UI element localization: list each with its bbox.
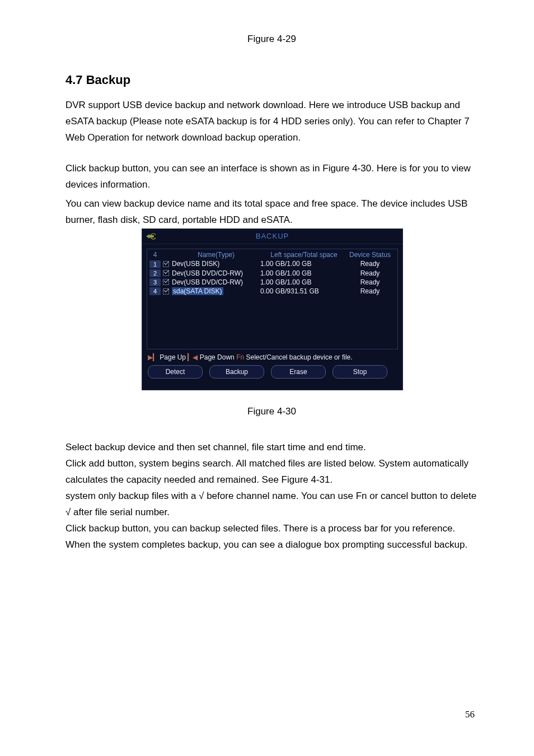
row-checkbox[interactable] xyxy=(163,288,169,295)
row-space: 1.00 GB/1.00 GB xyxy=(260,269,348,278)
stop-button[interactable]: Stop xyxy=(332,365,387,379)
row-space: 1.00 GB/1.00 GB xyxy=(260,259,348,268)
device-count: 4 xyxy=(149,250,161,259)
erase-button[interactable]: Erase xyxy=(271,365,326,379)
backup-button[interactable]: Backup xyxy=(209,365,264,379)
paragraph-tick-files: system only backup files with a √ before… xyxy=(65,488,478,521)
device-row[interactable]: 2Dev(USB DVD/CD-RW)1.00 GB/1.00 GBReady xyxy=(149,269,395,278)
device-row[interactable]: 1Dev(USB DISK)1.00 GB/1.00 GBReady xyxy=(149,259,395,268)
row-status: Ready xyxy=(348,269,392,278)
page-number: 56 xyxy=(465,709,475,720)
backup-dialog-title: BACKUP xyxy=(256,231,289,241)
paragraph-backup-process: Click backup button, you can backup sele… xyxy=(65,521,478,553)
device-row[interactable]: 3Dev(USB DVD/CD-RW)1.00 GB/1.00 GBReady xyxy=(149,278,395,287)
col-header-space: Left space/Total space xyxy=(260,250,348,259)
row-index: 3 xyxy=(149,278,161,286)
device-row[interactable]: 4sda(SATA DISK)0.00 GB/931.51 GBReady xyxy=(149,287,395,296)
figure-caption-4-29: Figure 4-29 xyxy=(65,34,478,45)
detect-button[interactable]: Detect xyxy=(148,365,203,379)
paragraph-add-button: Click add button, system begins search. … xyxy=(65,456,478,488)
row-index: 2 xyxy=(149,269,161,277)
row-space: 0.00 GB/931.51 GB xyxy=(260,287,348,296)
row-space: 1.00 GB/1.00 GB xyxy=(260,278,348,287)
row-checkbox[interactable] xyxy=(163,279,169,285)
col-header-status: Device Status xyxy=(348,250,392,259)
row-name: Dev(USB DVD/CD-RW) xyxy=(171,269,260,278)
col-header-name: Name(Type) xyxy=(171,250,260,259)
backup-dialog-screenshot: BACKUP 4 Name(Type) Left space/Total spa… xyxy=(142,228,402,390)
row-checkbox[interactable] xyxy=(163,261,169,267)
backup-dialog-icon xyxy=(146,232,156,241)
section-heading-backup: 4.7 Backup xyxy=(65,73,478,87)
row-status: Ready xyxy=(348,287,392,296)
row-name: Dev(USB DISK) xyxy=(171,259,260,268)
paragraph-device-info: You can view backup device name and its … xyxy=(65,196,478,228)
row-name: sda(SATA DISK) xyxy=(171,287,260,296)
device-table: 4 Name(Type) Left space/Total space Devi… xyxy=(147,249,398,349)
paragraph-click-backup: Click backup button, you can see an inte… xyxy=(65,161,478,193)
paragraph-intro: DVR support USB device backup and networ… xyxy=(65,97,478,146)
row-index: 1 xyxy=(149,260,161,268)
paragraph-select-device: Select backup device and then set channe… xyxy=(65,440,478,456)
row-checkbox[interactable] xyxy=(163,270,169,276)
row-name: Dev(USB DVD/CD-RW) xyxy=(171,278,260,287)
row-status: Ready xyxy=(348,259,392,268)
row-status: Ready xyxy=(348,278,392,287)
figure-caption-4-30: Figure 4-30 xyxy=(65,406,478,417)
pagination-hint: ▶▎ Page Up ▎◀ Page Down Fn Select/Cancel… xyxy=(148,353,397,362)
row-index: 4 xyxy=(149,287,161,295)
